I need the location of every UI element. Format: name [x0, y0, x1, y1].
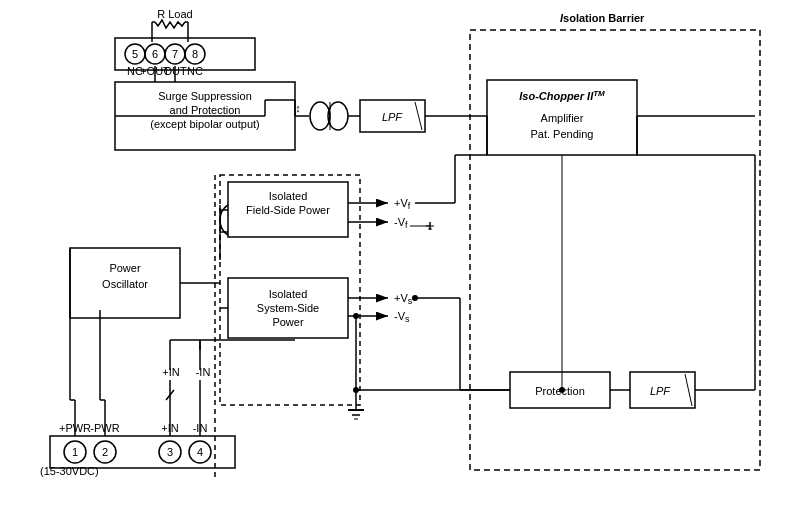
pin2-label: 2 [102, 446, 108, 458]
power-oscillator-label1: Power [109, 262, 141, 274]
vs-plus-label: +Vs [394, 292, 413, 306]
in-minus-line-label: -IN [196, 366, 211, 378]
vf-plus-label: +Vf [394, 197, 411, 211]
system-power-label2: System-Side [257, 302, 319, 314]
voltage-range-label: (15-30VDC) [40, 465, 99, 477]
isolation-barrier-label: Isolation Barrier [560, 12, 645, 24]
pin4-label: 4 [197, 446, 203, 458]
svg-point-82 [412, 295, 418, 301]
vs-minus-label: -Vs [394, 310, 410, 324]
pin3-label: 3 [167, 446, 173, 458]
svg-line-22 [415, 102, 422, 130]
field-power-label1: Isolated [269, 190, 308, 202]
svg-rect-0 [470, 30, 760, 470]
pin1-label: 1 [72, 446, 78, 458]
svg-point-91 [353, 387, 359, 393]
svg-point-89 [559, 387, 565, 393]
iso-chopper-label1: Iso-Chopper IITM [519, 89, 605, 102]
system-power-label3: Power [272, 316, 304, 328]
diagram-container: Isolation Barrier R Load 5 6 7 8 NC +OUT… [0, 0, 800, 518]
svg-point-13 [310, 102, 330, 130]
vf-minus-label: -Vf [394, 216, 408, 230]
svg-line-46 [685, 374, 692, 406]
r-load-label: R Load [157, 8, 192, 20]
svg-point-83 [353, 313, 359, 319]
lpf1-label: LPF [382, 111, 403, 123]
surge-label1: Surge Suppression [158, 90, 252, 102]
arrows-symbol: ↕ [295, 102, 301, 114]
in-plus-line-label: +IN [162, 366, 179, 378]
pin8-label: 8 [192, 48, 198, 60]
power-oscillator-label2: Oscillator [102, 278, 148, 290]
pin7-label: 7 [172, 48, 178, 60]
surge-label3: (except bipolar output) [150, 118, 259, 130]
system-power-label1: Isolated [269, 288, 308, 300]
field-power-label2: Field-Side Power [246, 204, 330, 216]
iso-chopper-label2: Amplifier [541, 112, 584, 124]
pin5-label: 5 [132, 48, 138, 60]
iso-chopper-label3: Pat. Pending [531, 128, 594, 140]
surge-label2: and Protection [170, 104, 241, 116]
lpf2-label: LPF [650, 385, 671, 397]
nc2-label: NC [187, 65, 203, 77]
svg-point-14 [328, 102, 348, 130]
pin6-label: 6 [152, 48, 158, 60]
